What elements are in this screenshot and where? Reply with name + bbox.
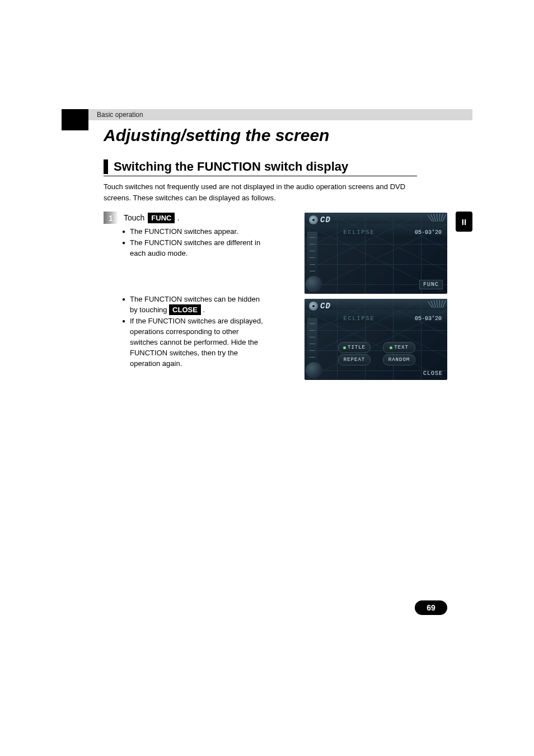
time-display: 05·03'20: [415, 229, 442, 236]
section-heading-row: Switching the FUNCTION switch display: [104, 159, 348, 174]
title-button[interactable]: TITLE: [338, 342, 371, 353]
source-label: CD: [320, 215, 331, 224]
func-label-inline: FUNC: [148, 213, 175, 223]
text-button-label: TEXT: [394, 345, 409, 350]
page-number: 69: [415, 600, 447, 615]
header-category: Basic operation: [97, 111, 143, 119]
page-title: Adjusting/setting the screen: [104, 126, 329, 145]
device-screenshot-2: CD ECLIPSE 05·03'20 TITLE TEXT REPEAT RA…: [305, 299, 447, 380]
volume-strip: [307, 318, 317, 363]
device-screenshot-1: CD ECLIPSE 05·03'20 FUNC: [305, 213, 447, 294]
section-heading: Switching the FUNCTION switch display: [114, 159, 348, 174]
bullet-list-1: The FUNCTION switches appear. The FUNCTI…: [122, 226, 262, 259]
step-number: 1: [109, 213, 113, 223]
list-item: The FUNCTION switches can be hidden by t…: [122, 294, 268, 315]
random-button-label: RANDOM: [388, 357, 410, 363]
source-indicator: CD: [309, 302, 331, 311]
section-tab: [62, 109, 88, 130]
volume-knob-icon: [306, 276, 322, 293]
text-button[interactable]: TEXT: [383, 342, 415, 353]
step-number-badge: 1: [104, 212, 118, 224]
repeat-button[interactable]: REPEAT: [338, 354, 371, 365]
volume-strip: [307, 232, 317, 276]
random-button[interactable]: RANDOM: [383, 354, 415, 365]
section-bar-icon: [104, 159, 108, 174]
bullet-b1-suffix: .: [203, 306, 205, 314]
list-item: The FUNCTION switches are different in e…: [122, 237, 262, 259]
title-button-label: TITLE: [348, 345, 366, 350]
step-prefix: Touch: [124, 213, 144, 222]
indicator-dot-icon: [390, 346, 392, 349]
time-display: 05·03'20: [415, 316, 442, 322]
step-row: 1 Touch FUNC .: [104, 212, 179, 224]
close-button-label: CLOSE: [423, 370, 443, 377]
header-strip: Basic operation: [88, 109, 472, 120]
chapter-tab-label: II: [462, 217, 466, 227]
func-button[interactable]: FUNC: [419, 280, 443, 289]
source-label: CD: [320, 302, 331, 311]
section-underline: [104, 176, 417, 176]
chapter-tab: II: [456, 212, 472, 232]
close-button[interactable]: CLOSE: [423, 370, 443, 377]
ticks-decoration-icon: [432, 214, 443, 222]
step-suffix: .: [177, 213, 179, 222]
page-number-value: 69: [427, 603, 435, 612]
volume-knob-icon: [306, 362, 322, 379]
disc-icon: [309, 215, 318, 224]
ticks-decoration-icon: [432, 300, 443, 308]
list-item: The FUNCTION switches appear.: [122, 226, 262, 237]
close-label-inline: CLOSE: [169, 304, 201, 315]
source-indicator: CD: [309, 215, 331, 224]
disc-icon: [309, 302, 318, 311]
track-name: ECLIPSE: [335, 229, 383, 236]
bullet-list-2: The FUNCTION switches can be hidden by t…: [122, 294, 268, 369]
track-name: ECLIPSE: [335, 316, 383, 322]
repeat-button-label: REPEAT: [344, 357, 365, 363]
list-item: If the FUNCTION switches are displayed, …: [122, 316, 268, 369]
func-button-label: FUNC: [423, 281, 439, 288]
intro-text: Touch switches not frequently used are n…: [104, 181, 417, 204]
indicator-dot-icon: [343, 346, 346, 349]
